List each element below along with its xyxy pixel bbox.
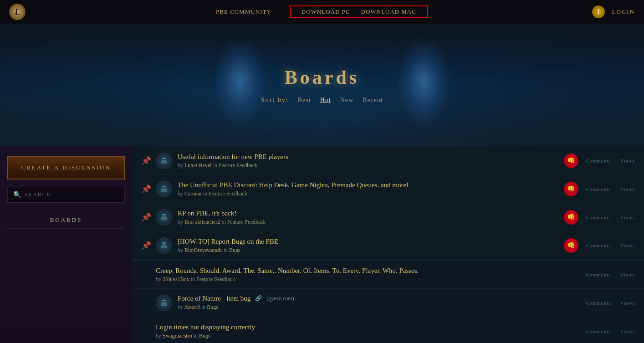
sidebar-boards-label: BOARDS xyxy=(7,212,125,229)
discussion-title[interactable]: Login times not displaying correctly xyxy=(156,323,255,331)
avatar xyxy=(156,295,172,311)
discussion-info: RP on PBE, it's back! by Riot skiteacher… xyxy=(178,209,558,225)
discussion-title[interactable]: Force of Nature - item bug xyxy=(178,295,250,302)
sort-new[interactable]: New xyxy=(340,97,353,104)
views-link[interactable]: Views xyxy=(620,215,635,220)
link-icon: 🔗 xyxy=(255,295,262,302)
comments-link[interactable]: Comments xyxy=(586,158,611,164)
login-button[interactable]: LOGIN xyxy=(612,8,635,15)
comments-link[interactable]: Comments xyxy=(586,243,611,248)
discussion-info: Force of Nature - item bug 🔗 (gyazo.com)… xyxy=(178,295,580,311)
by-label: by xyxy=(178,247,184,253)
comments-link[interactable]: Comments xyxy=(586,300,611,306)
table-row: Creep. Rounds. Should. Award. The. Same.… xyxy=(132,261,644,289)
logo[interactable]: L xyxy=(9,4,26,20)
hero-orb-right xyxy=(396,36,451,127)
discussion-category[interactable]: Bugs xyxy=(199,333,210,339)
pin-icon: 📌 xyxy=(141,241,150,251)
avatar xyxy=(156,209,172,225)
discussion-meta: by Catman in Feature Feedback xyxy=(178,190,558,197)
discussion-category[interactable]: Feature Feedback xyxy=(227,219,266,225)
discussion-stats: Comments Views xyxy=(586,243,635,248)
upvote-button[interactable]: 👊 xyxy=(564,154,578,168)
pin-icon: 📌 xyxy=(141,184,150,194)
discussion-title[interactable]: Creep. Rounds. Should. Award. The. Same.… xyxy=(156,267,419,274)
views-link[interactable]: Views xyxy=(620,186,635,192)
discussion-meta: by Swagmaestro in Bugs xyxy=(156,333,580,339)
avatar xyxy=(156,153,172,169)
discussion-actions: 👊 Comments Views xyxy=(564,182,635,196)
comments-link[interactable]: Comments xyxy=(586,272,611,277)
link-domain: (gyazo.com) xyxy=(266,295,294,302)
alert-icon[interactable]: ! xyxy=(592,5,605,18)
discussion-info: Login times not displaying correctly by … xyxy=(156,323,580,339)
discussion-category[interactable]: Feature Feedback xyxy=(196,276,235,282)
discussion-stats: Comments Views xyxy=(586,215,635,220)
avatar xyxy=(156,181,172,197)
discussion-category[interactable]: Feature Feedback xyxy=(209,190,247,197)
discussion-actions: 👊 Comments Views xyxy=(564,238,635,253)
nav-download-pc[interactable]: DOWNLOAD PC xyxy=(302,8,350,15)
discussion-author[interactable]: Swagmaestro xyxy=(163,333,192,339)
nav-download-mac[interactable]: DOWNLOAD MAC xyxy=(361,8,416,15)
pinned-section: 📌 Useful information for new PBE players… xyxy=(132,147,644,261)
in-label: in xyxy=(213,162,219,169)
in-label: in xyxy=(194,333,199,339)
table-row: 📌 Useful information for new PBE players… xyxy=(132,147,644,175)
sidebar: Create a Discussion 🔍 BOARDS xyxy=(0,147,132,343)
discussion-title[interactable]: Useful information for new PBE players xyxy=(178,153,288,160)
upvote-button[interactable]: 👊 xyxy=(564,182,578,196)
by-label: by xyxy=(156,276,163,282)
discussion-meta: by Lunar Revel in Feature Feedback xyxy=(178,162,558,169)
sort-label: Sort by: xyxy=(261,97,289,104)
discussion-actions: Comments Views xyxy=(586,328,635,334)
views-link[interactable]: Views xyxy=(620,243,635,248)
discussion-title[interactable]: RP on PBE, it's back! xyxy=(178,210,236,217)
views-link[interactable]: Views xyxy=(620,300,635,306)
discussion-category[interactable]: Bugs xyxy=(207,304,218,310)
discussion-title[interactable]: The Unofficial PBE Discord: Help Desk, G… xyxy=(178,181,409,189)
sort-recent[interactable]: Recent xyxy=(363,97,383,104)
table-row: Force of Nature - item bug 🔗 (gyazo.com)… xyxy=(132,289,644,317)
discussion-info: Useful information for new PBE players b… xyxy=(178,153,558,169)
table-row: Login times not displaying correctly by … xyxy=(132,317,644,343)
pin-icon: 📌 xyxy=(141,212,150,222)
comments-link[interactable]: Comments xyxy=(586,328,611,334)
create-discussion-button[interactable]: Create a Discussion xyxy=(7,156,125,179)
discussion-author[interactable]: Catman xyxy=(184,190,201,197)
discussion-category[interactable]: Feature Feedback xyxy=(219,162,257,169)
discussion-category[interactable]: Bugs xyxy=(229,247,240,253)
pin-icon: 📌 xyxy=(141,156,150,166)
sort-hot[interactable]: Hot xyxy=(320,97,331,104)
in-label: in xyxy=(191,276,196,282)
views-link[interactable]: Views xyxy=(620,272,635,277)
comments-link[interactable]: Comments xyxy=(586,215,611,220)
sort-best[interactable]: Best xyxy=(298,97,311,104)
search-input[interactable] xyxy=(25,191,119,198)
comments-link[interactable]: Comments xyxy=(586,186,611,192)
table-row: 📌 The Unofficial PBE Discord: Help Desk,… xyxy=(132,175,644,203)
views-link[interactable]: Views xyxy=(620,158,635,164)
nav-links: PBE COMMUNITY DOWNLOAD PC DOWNLOAD MAC xyxy=(216,5,428,18)
discussion-author[interactable]: 2Shivs1Box xyxy=(163,276,189,282)
upvote-button[interactable]: 👊 xyxy=(564,210,578,225)
discussion-stats: Comments Views xyxy=(586,272,635,277)
discussion-author[interactable]: Riot skiteacher2 xyxy=(184,219,220,225)
nav-community[interactable]: PBE COMMUNITY xyxy=(216,8,271,15)
avatar xyxy=(156,237,172,254)
discussion-author[interactable]: Asker8 xyxy=(184,304,200,310)
views-link[interactable]: Views xyxy=(620,328,635,334)
regular-section: Creep. Rounds. Should. Award. The. Same.… xyxy=(132,261,644,343)
by-label: by xyxy=(178,219,184,225)
discussion-author[interactable]: RiotGreyswandir xyxy=(184,247,222,253)
nav-right: ! LOGIN xyxy=(592,5,635,18)
nav-download-group: DOWNLOAD PC DOWNLOAD MAC xyxy=(290,5,428,18)
discussion-title[interactable]: [HOW-TO] Report Bugs on the PBE xyxy=(178,238,278,245)
discussion-author[interactable]: Lunar Revel xyxy=(184,162,212,169)
upvote-button[interactable]: 👊 xyxy=(564,238,578,253)
in-label: in xyxy=(201,304,207,310)
discussion-meta: by 2Shivs1Box in Feature Feedback xyxy=(156,276,580,283)
discussion-actions: Comments Views xyxy=(586,300,635,306)
sort-controls: Sort by: Best Hot New Recent xyxy=(261,97,383,104)
discussion-stats: Comments Views xyxy=(586,300,635,306)
